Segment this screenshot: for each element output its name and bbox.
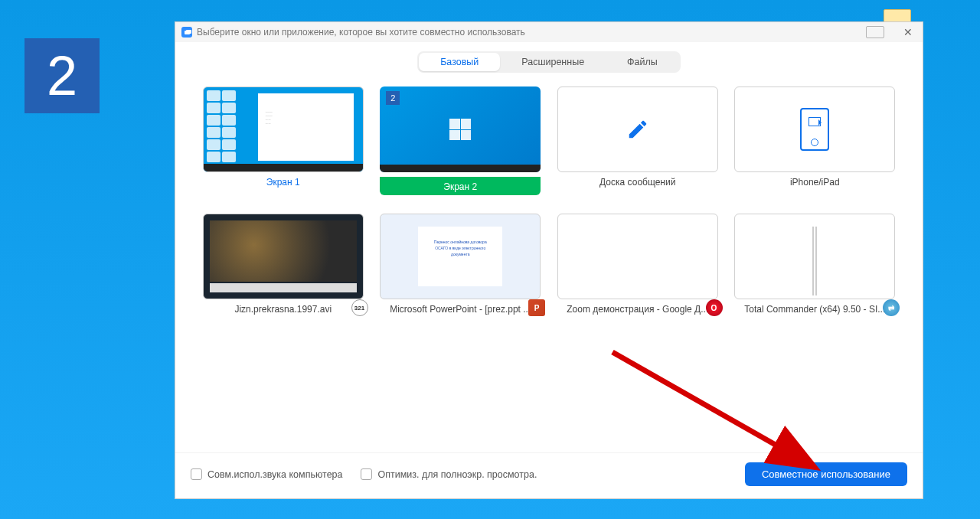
dialog-footer: Совм.испол.звука компьютера Оптимиз. для…: [175, 452, 923, 498]
share-audio-checkbox[interactable]: Совм.испол.звука компьютера: [191, 468, 342, 480]
phone-icon: [800, 108, 829, 151]
totalcommander-app-icon: ⇄: [883, 299, 900, 316]
opera-app-icon: O: [706, 299, 723, 316]
tab-basic[interactable]: Базовый: [419, 53, 500, 71]
screen2-number-badge: 2: [386, 91, 400, 105]
zoom-app-icon: [181, 27, 192, 38]
iphone-label: iPhone/iPad: [790, 177, 840, 188]
whiteboard-label: Доска сообщений: [599, 177, 675, 188]
tabs-container: Базовый Расширенные Файлы: [175, 42, 923, 80]
mpc-app-icon: 321: [351, 299, 368, 316]
optimize-fullscreen-label: Оптимиз. для полноэкр. просмотра.: [377, 469, 537, 480]
pin-icon[interactable]: [866, 26, 884, 38]
tile-iphone[interactable]: iPhone/iPad: [732, 86, 899, 195]
tile-totalcommander-app[interactable]: Total Commander (x64) 9.50 - SI... ⇄: [732, 214, 899, 315]
tile-screen2[interactable]: 2 Экран 2: [377, 86, 544, 195]
tile-powerpoint-app[interactable]: Перенос онлайнова договораОСАГО в виде э…: [377, 214, 544, 315]
optimize-fullscreen-checkbox[interactable]: Оптимиз. для полноэкр. просмотра.: [361, 468, 537, 480]
close-button[interactable]: ✕: [900, 26, 916, 38]
tab-advanced[interactable]: Расширенные: [500, 53, 606, 71]
share-audio-label: Совм.испол.звука компьютера: [207, 469, 342, 480]
pencil-icon: [626, 118, 649, 141]
tab-files[interactable]: Файлы: [606, 53, 679, 71]
share-button[interactable]: Совместное использование: [745, 462, 907, 486]
video-label: Jizn.prekrasna.1997.avi: [234, 304, 332, 315]
share-screen-dialog: Выберите окно или приложение, которое вы…: [175, 21, 923, 499]
powerpoint-app-icon: P: [528, 299, 545, 316]
step-number-badge: 2: [24, 38, 100, 113]
share-options-grid: ——————— —— — Экран 1 2 Экран 2 Доска соо…: [175, 80, 923, 333]
opera-label: Zoom демонстрация - Google Д...: [567, 304, 708, 315]
titlebar: Выберите окно или приложение, которое вы…: [175, 22, 923, 42]
ppt-label: Microsoft PowerPoint - [prez.ppt ...: [390, 304, 531, 315]
tc-label: Total Commander (x64) 9.50 - SI...: [744, 304, 885, 315]
screen1-label: Экран 1: [266, 177, 300, 188]
tile-whiteboard[interactable]: Доска сообщений: [554, 86, 721, 195]
dialog-title: Выберите окно или приложение, которое вы…: [197, 27, 525, 38]
tile-video-app[interactable]: Jizn.prekrasna.1997.avi 321: [200, 214, 367, 315]
tile-screen1[interactable]: ——————— —— — Экран 1: [200, 86, 367, 195]
tile-opera-app[interactable]: Zoom демонстрация - Google Д... O: [554, 214, 721, 315]
screen2-label: Экран 2: [443, 181, 477, 192]
